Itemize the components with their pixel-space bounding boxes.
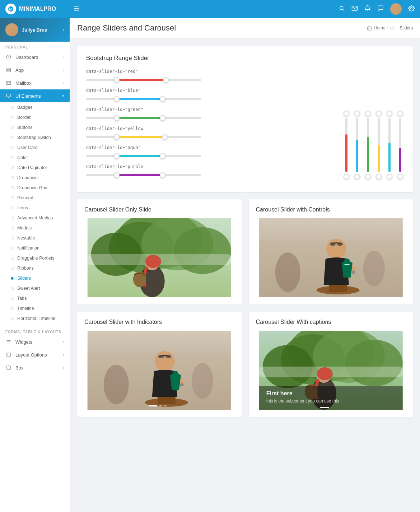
slider-thumb-end-purple[interactable]	[160, 172, 165, 178]
svg-point-33	[326, 239, 346, 259]
sidebar-sub-item-sweet-alert[interactable]: Sweet Alert	[0, 283, 70, 293]
slider-row-yellow: data-slider-id="yellow"	[86, 126, 332, 140]
svg-text:this is the subcontent you can: this is the subcontent you can use this	[266, 399, 339, 404]
sidebar-sub-item-advanced-medias[interactable]: Advanced Medias	[0, 213, 70, 223]
sidebar-sub-item-badges[interactable]: Badges	[0, 102, 70, 112]
carousel-title-with-controls: Carousel Slider with Controls	[256, 206, 406, 213]
v-track-purple	[399, 118, 401, 172]
svg-rect-68	[320, 407, 329, 408]
sidebar-sub-item-horizontal-timeline[interactable]: Horizontal Timeline	[0, 313, 70, 324]
slider-thumb-start-red[interactable]	[114, 77, 120, 83]
v-thumb-bottom-red[interactable]	[344, 174, 349, 180]
sidebar-user[interactable]: Juliya Brus ›	[0, 18, 70, 42]
widgets-icon	[5, 339, 12, 345]
bell-icon[interactable]	[364, 5, 371, 13]
sidebar-item-ui-elements[interactable]: UI Elements ▾	[0, 89, 70, 102]
sidebar-sub-item-draggable-portlets[interactable]: Draggable Portlets	[0, 253, 70, 263]
v-thumb-top-green[interactable]	[365, 111, 371, 116]
sub-bullet	[11, 126, 14, 129]
sidebar-label-widgets: Widgets	[15, 339, 32, 345]
sidebar-sub-item-modals[interactable]: Modals	[0, 223, 70, 233]
topbar-actions	[339, 3, 415, 15]
sidebar-sub-item-icons[interactable]: Icons	[0, 203, 70, 213]
slider-thumb-start-blue[interactable]	[114, 96, 120, 102]
sidebar-sub-item-dropdown-grid[interactable]: Dropdown Grid	[0, 183, 70, 193]
sidebar-sub-item-user-card[interactable]: User Card	[0, 143, 70, 153]
v-track-container-blue	[354, 118, 361, 172]
v-thumb-bottom-purple[interactable]	[397, 174, 403, 180]
sidebar-label-ui-elements: UI Elements	[15, 93, 41, 99]
slider-thumb-end-blue[interactable]	[160, 96, 165, 102]
breadcrumb-home[interactable]: Home	[374, 25, 385, 31]
v-thumb-top-red[interactable]	[344, 111, 349, 116]
sidebar-label-mailbox: Mailbox	[15, 80, 32, 86]
sidebar-item-dashboard[interactable]: Dashboard ›	[0, 51, 70, 64]
sidebar-sub-item-dropdown[interactable]: Dropdown	[0, 173, 70, 183]
search-icon[interactable]	[339, 5, 345, 13]
v-thumb-top-yellow[interactable]	[376, 111, 382, 116]
chat-icon[interactable]	[377, 5, 384, 13]
breadcrumb-ui[interactable]: UI	[390, 25, 395, 31]
user-avatar[interactable]	[390, 3, 402, 15]
carousel-title-with-captions: Carousel Slider With captions	[256, 319, 406, 325]
v-thumb-top-purple[interactable]	[397, 111, 403, 116]
slider-thumb-start-green[interactable]	[114, 115, 120, 121]
sidebar-sub-item-color[interactable]: Color	[0, 153, 70, 163]
sidebar-sub-item-buttons[interactable]: Buttons	[0, 122, 70, 132]
sub-bullet	[11, 136, 14, 139]
sub-bullet	[11, 206, 14, 209]
svg-point-42	[192, 363, 213, 399]
slider-thumb-end-red[interactable]	[163, 77, 169, 83]
v-thumb-bottom-green[interactable]	[365, 174, 371, 180]
sidebar-item-box[interactable]: Box ›	[0, 361, 70, 374]
sidebar-item-app[interactable]: App ›	[0, 64, 70, 76]
v-thumb-top-blue[interactable]	[354, 111, 360, 116]
sub-label-sweet-alert: Sweet Alert	[17, 286, 40, 291]
sidebar-sub-item-bootstrap-switch[interactable]: Bootstrap Switch	[0, 132, 70, 143]
sidebar-sub-item-ribbons[interactable]: Ribbons	[0, 263, 70, 273]
slider-thumb-start-yellow[interactable]	[114, 134, 120, 140]
v-thumb-bottom-blue[interactable]	[354, 174, 360, 180]
svg-rect-7	[9, 70, 10, 72]
slider-thumb-end-aqua[interactable]	[160, 153, 165, 159]
slider-thumb-start-aqua[interactable]	[114, 153, 120, 159]
settings-icon[interactable]	[408, 5, 415, 13]
sidebar-sub-item-date-paginator[interactable]: Date Paginator	[0, 163, 70, 173]
slider-label-purple: data-slider-id="purple"	[86, 164, 332, 169]
sub-bullet	[11, 307, 14, 310]
svg-point-25	[145, 255, 161, 268]
sidebar-item-widgets[interactable]: Widgets ›	[0, 335, 70, 348]
logo-text: MINIMALPRO	[19, 6, 56, 12]
home-icon	[367, 25, 372, 31]
sidebar-sub-item-tabs[interactable]: Tabs	[0, 293, 70, 303]
sub-label-sliders: Sliders	[17, 276, 31, 281]
sidebar-item-mailbox[interactable]: Mailbox ›	[0, 76, 70, 89]
sidebar-sub-item-notification[interactable]: Notification	[0, 243, 70, 253]
sidebar-sub-item-border[interactable]: Border	[0, 112, 70, 122]
svg-rect-51	[149, 405, 158, 406]
sidebar-sub-item-general[interactable]: General	[0, 193, 70, 203]
slider-thumb-end-yellow[interactable]	[162, 134, 168, 140]
v-thumb-bottom-yellow[interactable]	[376, 174, 382, 180]
slider-label-aqua: data-slider-id="aqua"	[86, 145, 332, 150]
layout-arrow-icon: ›	[63, 353, 64, 357]
sidebar-sub-item-timeline[interactable]: Timeline	[0, 303, 70, 313]
slider-thumb-start-purple[interactable]	[114, 172, 120, 178]
breadcrumb: Home › UI › Sliders	[367, 25, 413, 31]
svg-rect-14	[7, 353, 11, 357]
sidebar-sub-item-sliders[interactable]: Sliders	[0, 273, 70, 283]
mail-icon[interactable]	[351, 5, 358, 13]
horizontal-sliders: data-slider-id="red" data-slid	[86, 69, 332, 183]
sub-label-timeline: Timeline	[17, 306, 34, 311]
sidebar-sub-item-nestable[interactable]: Nestable	[0, 233, 70, 243]
sidebar-label-app: App	[15, 68, 24, 73]
slider-thumb-end-green[interactable]	[160, 115, 165, 121]
v-thumb-top-aqua[interactable]	[387, 111, 392, 116]
svg-rect-52	[159, 405, 162, 406]
sidebar-item-layout-options[interactable]: Layout Options ›	[0, 348, 70, 361]
dashboard-arrow-icon: ›	[63, 55, 64, 59]
box-arrow-icon: ›	[63, 366, 64, 370]
v-thumb-bottom-aqua[interactable]	[387, 174, 392, 180]
hamburger-icon[interactable]: ☰	[74, 5, 79, 13]
v-track-container-aqua	[386, 118, 393, 172]
